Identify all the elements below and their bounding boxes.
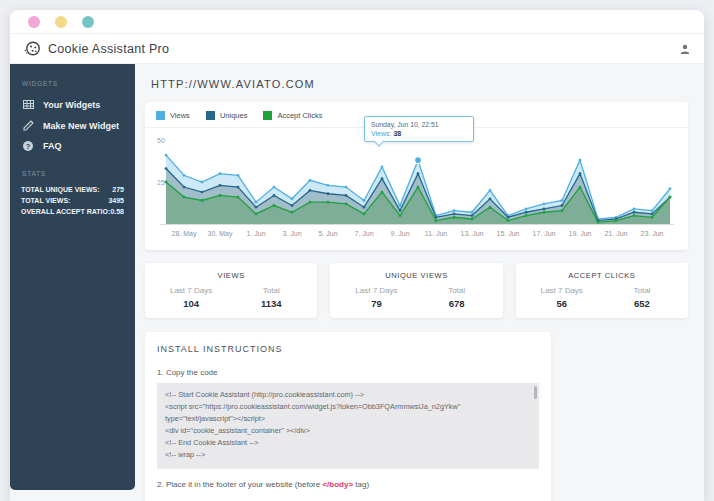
last-7-days-value: 104: [151, 298, 231, 309]
install-instructions-card: INSTALL INSTRUCTIONS 1. Copy the code <!…: [145, 332, 551, 501]
svg-text:23. Jun: 23. Jun: [641, 230, 664, 237]
cookie-icon: [24, 40, 41, 57]
svg-text:9. Jun: 9. Jun: [390, 230, 409, 237]
svg-text:30. May: 30. May: [208, 230, 233, 238]
app-title: Cookie Assistant Pro: [48, 42, 169, 56]
question-icon: ?: [22, 141, 34, 151]
page-title: HTTP://WWW.AVIATO.COM: [151, 78, 688, 90]
last-7-days-label: Last 7 Days: [336, 286, 416, 295]
svg-text:13. Jun: 13. Jun: [461, 230, 484, 237]
user-account-icon[interactable]: [680, 44, 690, 54]
svg-text:19. Jun: 19. Jun: [569, 230, 592, 237]
body-tag-code: </body>: [322, 480, 353, 489]
legend-label: Views: [170, 111, 190, 120]
total-value: 678: [417, 298, 497, 309]
sidebar: WIDGETS Your Widgets: [10, 64, 135, 490]
card-title: ACCEPT CLICKS: [522, 271, 682, 280]
browser-window: Cookie Assistant Pro WIDGETS: [10, 10, 704, 501]
traffic-chart-svg: 502528. May30. May1. Jun3. Jun5. Jun7. J…: [156, 132, 676, 242]
legend-label: Uniques: [220, 111, 248, 120]
sidebar-stats-header: STATS: [22, 170, 123, 177]
svg-text:1. Jun: 1. Jun: [246, 230, 265, 237]
tooltip-value: 38: [393, 130, 401, 137]
total-label: Total: [231, 286, 311, 295]
accept-clicks-swatch-icon: [263, 111, 272, 120]
step2-text: 2. Place it in the footer of your websit…: [157, 480, 322, 489]
tooltip-date: Sunday, Jun 10, 22:51: [371, 121, 467, 128]
total-value: 652: [602, 298, 682, 309]
tooltip-series-label: Views:: [371, 130, 392, 137]
last-7-days-label: Last 7 Days: [151, 286, 231, 295]
views-swatch-icon: [156, 111, 165, 120]
install-code[interactable]: <!-- Start Cookie Assistant (http://pro.…: [157, 383, 539, 469]
chart-tooltip: Sunday, Jun 10, 22:51 Views: 38: [364, 116, 474, 142]
unique-views-summary-card: UNIQUE VIEWS Last 7 Days 79 Total 678: [330, 263, 502, 318]
stat-label: TOTAL VIEWS:: [21, 195, 70, 206]
svg-text:17. Jun: 17. Jun: [533, 230, 556, 237]
summary-cards-row: VIEWS Last 7 Days 104 Total 1134 UNIQUE …: [145, 263, 688, 318]
stat-value: 275: [112, 184, 124, 195]
sidebar-stat-total-unique-views: TOTAL UNIQUE VIEWS: 275: [21, 184, 124, 195]
legend-item-views[interactable]: Views: [156, 111, 190, 120]
svg-text:28. May: 28. May: [172, 230, 197, 238]
total-value: 1134: [231, 298, 311, 309]
chart-plot-area[interactable]: 502528. May30. May1. Jun3. Jun5. Jun7. J…: [156, 132, 677, 246]
sidebar-item-make-new-widget[interactable]: Make New Widget: [21, 115, 124, 136]
accept-clicks-summary-card: ACCEPT CLICKS Last 7 Days 56 Total 652: [516, 263, 688, 318]
sidebar-widgets-header: WIDGETS: [22, 80, 123, 87]
traffic-light-close-icon[interactable]: [28, 16, 40, 28]
svg-text:50: 50: [157, 137, 165, 144]
stat-label: OVERALL ACCEPT RATIO:: [21, 206, 110, 217]
app-brand[interactable]: Cookie Assistant Pro: [24, 40, 169, 57]
sidebar-item-label: FAQ: [43, 141, 62, 151]
svg-text:25: 25: [157, 179, 165, 186]
sidebar-item-label: Make New Widget: [43, 121, 119, 131]
grid-icon: [22, 99, 34, 110]
sidebar-item-faq[interactable]: ? FAQ: [21, 136, 124, 156]
traffic-light-minimize-icon[interactable]: [55, 16, 67, 28]
svg-text:15. Jun: 15. Jun: [497, 230, 520, 237]
last-7-days-value: 56: [522, 298, 602, 309]
uniques-swatch-icon: [206, 111, 215, 120]
code-scrollbar[interactable]: [534, 386, 537, 399]
stat-value: 3495: [108, 195, 124, 206]
svg-text:3. Jun: 3. Jun: [282, 230, 301, 237]
traffic-chart-card: Views Uniques Accept Clicks 502528. May3…: [145, 102, 688, 250]
legend-item-accept-clicks[interactable]: Accept Clicks: [263, 111, 322, 120]
main-content: HTTP://WWW.AVIATO.COM Views Uniques Acce…: [135, 64, 704, 501]
legend-item-uniques[interactable]: Uniques: [206, 111, 248, 120]
stat-value: 0.58: [110, 206, 124, 217]
install-step1-label: 1. Copy the code: [157, 368, 539, 377]
install-step2-label: 2. Place it in the footer of your websit…: [157, 480, 539, 489]
last-7-days-value: 79: [336, 298, 416, 309]
svg-text:11. Jun: 11. Jun: [425, 230, 448, 237]
svg-text:5. Jun: 5. Jun: [318, 230, 337, 237]
stat-label: TOTAL UNIQUE VIEWS:: [21, 184, 100, 195]
card-title: VIEWS: [151, 271, 311, 280]
sidebar-stat-overall-accept-ratio: OVERALL ACCEPT RATIO: 0.58: [21, 206, 124, 217]
pencil-icon: [22, 120, 34, 131]
total-label: Total: [417, 286, 497, 295]
install-title: INSTALL INSTRUCTIONS: [157, 344, 539, 354]
total-label: Total: [602, 286, 682, 295]
app-header: Cookie Assistant Pro: [10, 34, 704, 64]
svg-text:21. Jun: 21. Jun: [605, 230, 628, 237]
legend-label: Accept Clicks: [277, 111, 322, 120]
traffic-light-maximize-icon[interactable]: [82, 16, 94, 28]
window-titlebar: [10, 10, 704, 34]
sidebar-stat-total-views: TOTAL VIEWS: 3495: [21, 195, 124, 206]
svg-text:7. Jun: 7. Jun: [354, 230, 373, 237]
last-7-days-label: Last 7 Days: [522, 286, 602, 295]
step2-text-suffix: tag): [353, 480, 369, 489]
views-summary-card: VIEWS Last 7 Days 104 Total 1134: [145, 263, 317, 318]
card-title: UNIQUE VIEWS: [336, 271, 496, 280]
sidebar-item-your-widgets[interactable]: Your Widgets: [21, 94, 124, 115]
sidebar-item-label: Your Widgets: [43, 100, 100, 110]
